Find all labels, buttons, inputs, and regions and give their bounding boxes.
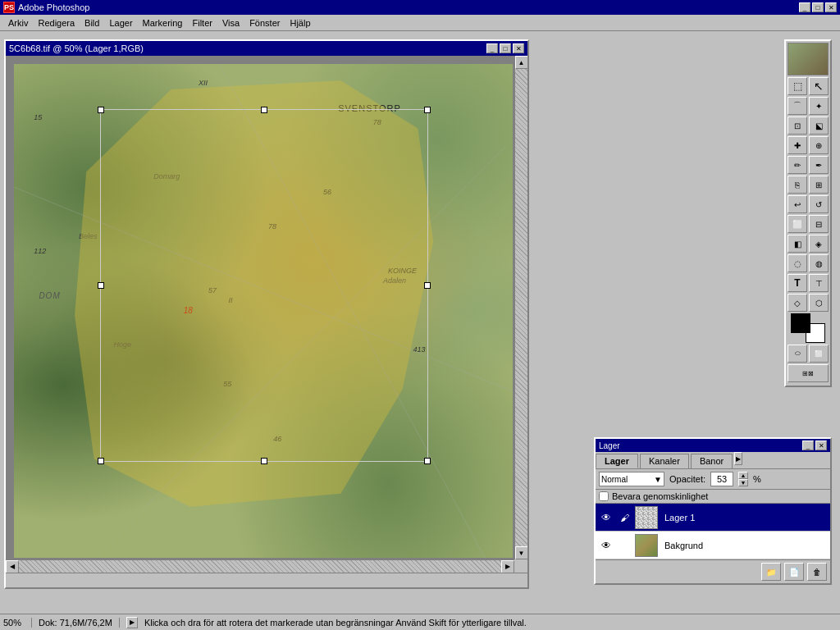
gradient-tool[interactable]: ◧ (788, 235, 807, 253)
art-history-brush[interactable]: ↺ (809, 195, 829, 213)
move-tool[interactable]: ↖ (809, 77, 829, 95)
canvas-area[interactable]: SVENSTORP Domarg Beles DOM Adalen Hoge K… (14, 64, 513, 558)
doc-maximize-button[interactable]: □ (500, 43, 511, 53)
freeform-pen-tool[interactable]: ⬡ (809, 294, 829, 312)
patch-tool[interactable]: ⊕ (809, 136, 829, 154)
scroll-up-button[interactable]: ▲ (515, 56, 528, 69)
menu-item-visa[interactable]: Visa (217, 16, 244, 30)
map-label-15: 15 (34, 113, 42, 121)
sharpen-tool[interactable]: ◍ (809, 254, 829, 272)
menu-item-filter[interactable]: Filter (187, 16, 217, 30)
main-area: 5C6b68.tif @ 50% (Lager 1,RGB) _ □ ✕ SVE… (0, 31, 840, 614)
panel-menu-arrow[interactable]: ▶ (734, 452, 742, 465)
map-label-xii: XII (199, 79, 208, 87)
quick-mask-button[interactable]: ⬭ (788, 345, 807, 363)
layers-panel-title: Lager (599, 441, 620, 450)
crop-tool[interactable]: ⊡ (788, 116, 807, 135)
opacity-field[interactable]: 53 (710, 472, 733, 486)
layer-1-brush[interactable]: 🖌 (617, 510, 632, 525)
type-mask-tool[interactable]: ⊤ (809, 274, 829, 292)
tools-panel: ⬚ ↖ ⌒ ✦ ⊡ ⬕ ✚ ⊕ ✏ ✒ ⎘ ⊞ ↩ ↺ ⬜ ⊟ (784, 39, 832, 387)
layer-bg-name: Bakgrund (661, 541, 827, 550)
handle-br[interactable] (424, 458, 431, 464)
preserve-transparency-label: Bevara genomskinlighet (612, 491, 708, 501)
menu-item-arkiv[interactable]: Arkiv (3, 16, 33, 30)
doc-close-button[interactable]: ✕ (513, 43, 524, 53)
scroll-track-vertical[interactable] (515, 69, 527, 546)
scroll-right-button[interactable]: ▶ (501, 560, 514, 573)
selection-box (100, 109, 428, 462)
marquee-tool[interactable]: ⬚ (788, 77, 807, 95)
layers-minimize[interactable]: _ (802, 441, 814, 450)
layer-bg-thumbnail (635, 534, 658, 557)
handle-mr[interactable] (424, 282, 431, 289)
document-content: SVENSTORP Domarg Beles DOM Adalen Hoge K… (6, 56, 527, 573)
vertical-scrollbar[interactable]: ▲ ▼ (514, 56, 527, 559)
scroll-down-button[interactable]: ▼ (515, 546, 528, 559)
opacity-up[interactable]: ▲ (738, 472, 748, 479)
layer-1-thumbnail (635, 506, 658, 529)
menu-item-hjälp[interactable]: Hjälp (285, 16, 315, 30)
new-layer-button[interactable]: 📄 (784, 563, 804, 581)
handle-bm[interactable] (261, 458, 267, 464)
scroll-track-horizontal[interactable] (19, 560, 501, 573)
layer-1-visibility[interactable]: 👁 (599, 510, 614, 525)
blur-tool[interactable]: ◌ (788, 254, 807, 272)
menu-item-bild[interactable]: Bild (80, 16, 104, 30)
lasso-tool[interactable]: ⌒ (788, 97, 807, 115)
slice-tool[interactable]: ⬕ (809, 116, 829, 135)
layer-bg-visibility[interactable]: 👁 (599, 538, 614, 553)
blend-mode-dropdown[interactable]: Normal ▼ (599, 472, 664, 486)
type-tool[interactable]: T (788, 274, 807, 292)
layers-tabs: Lager Kanaler Banor ▶ (596, 452, 830, 469)
tool-row-5: ✏ ✒ (788, 156, 829, 174)
menu-item-redigera[interactable]: Redigera (33, 16, 80, 30)
bg-eraser-tool[interactable]: ⊟ (809, 215, 829, 233)
menu-item-lager[interactable]: Lager (104, 16, 137, 30)
standard-mode-button[interactable]: ⬜ (809, 345, 829, 363)
handle-bl[interactable] (98, 458, 104, 464)
opacity-down[interactable]: ▼ (738, 479, 748, 486)
layers-footer: 📁 📄 🗑 (596, 559, 830, 583)
history-brush[interactable]: ↩ (788, 195, 807, 213)
layer-row-1[interactable]: 👁 🖌 Lager 1 (596, 504, 830, 532)
tab-kanaler[interactable]: Kanaler (640, 454, 689, 468)
foreground-color[interactable] (791, 313, 810, 333)
layers-title-bar: Lager _ ✕ (596, 439, 830, 452)
preserve-transparency-checkbox[interactable] (599, 491, 609, 501)
app-icon: PS (3, 2, 15, 13)
paint-bucket-tool[interactable]: ◈ (809, 235, 829, 253)
menu-item-fönster[interactable]: Fönster (244, 16, 285, 30)
magic-wand-tool[interactable]: ✦ (809, 97, 829, 115)
pattern-stamp[interactable]: ⊞ (809, 176, 829, 194)
scroll-left-button[interactable]: ◀ (6, 560, 19, 573)
menu-item-markering[interactable]: Markering (138, 16, 188, 30)
handle-ml[interactable] (98, 282, 104, 289)
document-title-bar: 5C6b68.tif @ 50% (Lager 1,RGB) _ □ ✕ (6, 41, 527, 56)
preserve-transparency-row: Bevara genomskinlighet (596, 490, 830, 504)
doc-minimize-button[interactable]: _ (486, 43, 498, 53)
handle-tl[interactable] (98, 107, 104, 113)
clone-stamp[interactable]: ⎘ (788, 176, 807, 194)
tab-banor[interactable]: Banor (691, 454, 733, 468)
eraser-tool[interactable]: ⬜ (788, 215, 807, 233)
minimize-button[interactable]: _ (799, 2, 810, 12)
healing-brush[interactable]: ✚ (788, 136, 807, 154)
close-button[interactable]: ✕ (825, 2, 837, 12)
pen-tool[interactable]: ◇ (788, 294, 807, 312)
delete-layer-button[interactable]: 🗑 (807, 563, 827, 581)
handle-tm[interactable] (261, 107, 267, 113)
tab-lager[interactable]: Lager (596, 454, 638, 468)
layer-row-bg[interactable]: 👁 Bakgrund (596, 532, 830, 559)
status-play-button[interactable]: ▶ (126, 617, 138, 628)
tool-row-9: ◧ ◈ (788, 235, 829, 253)
pencil-tool[interactable]: ✒ (809, 156, 829, 174)
brush-tool[interactable]: ✏ (788, 156, 807, 174)
horizontal-scrollbar[interactable]: ◀ ▶ (6, 559, 514, 573)
new-layer-set-button[interactable]: 📁 (761, 563, 781, 581)
screen-mode-button[interactable]: ⊞⊠ (788, 364, 829, 382)
scroll-corner (514, 559, 527, 573)
layers-close[interactable]: ✕ (815, 441, 827, 450)
maximize-button[interactable]: □ (812, 2, 824, 12)
handle-tr[interactable] (424, 107, 431, 113)
